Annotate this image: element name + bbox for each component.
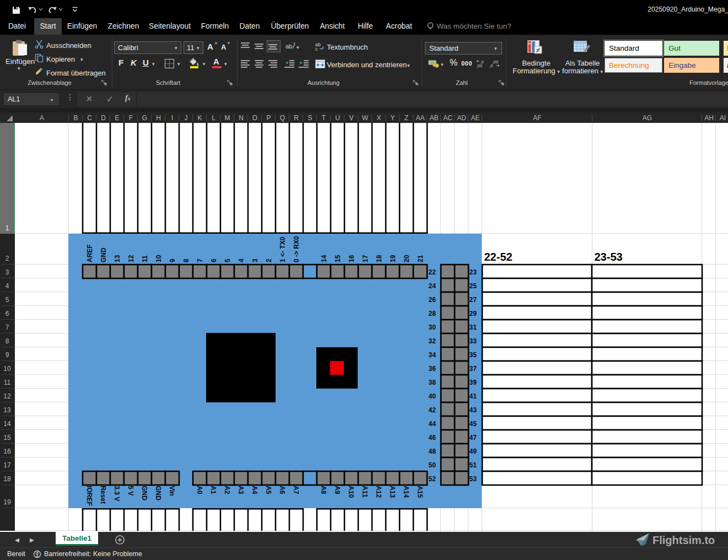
svg-text:23: 23 [470,268,477,276]
svg-text:44: 44 [429,420,436,428]
svg-text:0 -> RX0: 0 -> RX0 [293,236,300,262]
svg-text:14: 14 [320,255,328,262]
svg-text:V: V [349,114,353,122]
svg-text:4: 4 [6,282,9,290]
svg-text:Vin: Vin [168,486,176,496]
svg-text:,00: ,00 [476,63,483,68]
svg-text:A6: A6 [278,486,286,494]
svg-text:7: 7 [6,324,9,331]
svg-text:AREF: AREF [86,244,94,262]
svg-text:GND: GND [141,486,148,500]
svg-text:A3: A3 [237,486,245,494]
svg-text:S: S [308,114,312,122]
svg-text:52: 52 [429,475,436,483]
svg-text:A: A [40,114,44,122]
svg-text:c: c [315,46,318,51]
svg-text:18: 18 [375,255,383,262]
svg-text:21: 21 [417,255,424,262]
svg-text:1: 1 [6,224,9,232]
svg-text:1 <- TX0: 1 <- TX0 [279,236,287,262]
svg-text:37: 37 [470,365,477,373]
svg-text:GND: GND [154,486,162,500]
svg-text:AF: AF [533,114,541,122]
svg-text:Z: Z [405,114,408,122]
svg-text:39: 39 [470,379,477,386]
svg-text:AC: AC [443,114,452,122]
svg-text:5: 5 [224,259,231,262]
svg-text:C: C [87,114,92,122]
svg-text:32: 32 [429,337,436,345]
svg-text:16: 16 [3,448,11,455]
svg-text:A11: A11 [361,486,369,498]
svg-text:13: 13 [114,255,121,262]
svg-text:20: 20 [403,255,411,262]
svg-text:12: 12 [127,255,135,262]
svg-text:7: 7 [196,259,204,262]
svg-text:5: 5 [6,296,9,304]
svg-text:45: 45 [470,420,477,428]
svg-text:14: 14 [3,420,11,428]
svg-text:,00: ,00 [492,60,499,64]
svg-text:6: 6 [210,259,218,262]
svg-text:AI: AI [720,114,726,122]
svg-text:29: 29 [470,310,477,317]
svg-text:22-52: 22-52 [484,251,513,263]
svg-text:9: 9 [169,259,176,262]
svg-text:M: M [225,114,230,122]
svg-text:A10: A10 [347,486,355,498]
svg-text:6: 6 [6,310,9,317]
svg-text:A2: A2 [223,486,231,494]
svg-text:8: 8 [182,259,190,262]
svg-text:A5: A5 [265,486,272,494]
svg-text:A4: A4 [251,486,258,494]
svg-text:H: H [156,114,161,122]
svg-text:10: 10 [155,255,163,262]
svg-text:AB: AB [429,114,438,122]
svg-text:27: 27 [470,296,477,304]
svg-text:17: 17 [3,461,11,469]
svg-text:17: 17 [362,255,369,262]
svg-text:38: 38 [429,379,436,386]
svg-text:W: W [362,114,369,122]
svg-text:AG: AG [643,114,652,122]
svg-text:24: 24 [429,282,436,290]
svg-text:41: 41 [470,392,477,400]
svg-text:Flightsim.to: Flightsim.to [652,534,715,546]
svg-text:A13: A13 [389,486,396,498]
svg-text:A7: A7 [292,486,300,494]
svg-text:35: 35 [470,351,477,359]
svg-text:A14: A14 [402,486,410,498]
svg-text:30: 30 [429,324,436,331]
svg-text:A12: A12 [375,486,382,498]
svg-text:3: 3 [251,259,259,262]
svg-text:F: F [129,114,133,122]
svg-text:33: 33 [470,337,477,345]
svg-text:AH: AH [704,114,714,122]
svg-text:3.3 V: 3.3 V [113,486,121,501]
svg-text:AA: AA [416,114,424,122]
svg-text:Y: Y [390,114,395,122]
svg-text:A8: A8 [320,486,327,494]
svg-text:3: 3 [6,268,9,276]
svg-text:31: 31 [470,324,477,331]
svg-text:48: 48 [429,448,436,455]
svg-text:40: 40 [429,392,436,400]
svg-text:5 V: 5 V [127,486,134,496]
svg-text:A15: A15 [416,486,424,498]
svg-text:E: E [115,114,119,122]
svg-text:4: 4 [238,259,245,262]
svg-text:19: 19 [389,255,397,262]
svg-text:49: 49 [470,448,477,455]
svg-text:ab: ab [285,43,292,50]
svg-text:13: 13 [3,406,11,414]
svg-text:28: 28 [429,310,436,317]
svg-text:50: 50 [429,461,436,469]
svg-text:46: 46 [429,434,436,441]
svg-text:I: I [171,114,173,122]
svg-text:36: 36 [429,365,436,373]
svg-text:AE: AE [471,114,479,122]
svg-text:15: 15 [334,255,342,262]
svg-text:A9: A9 [333,486,341,494]
svg-text:G: G [142,114,147,122]
svg-text:Reset: Reset [99,486,107,504]
